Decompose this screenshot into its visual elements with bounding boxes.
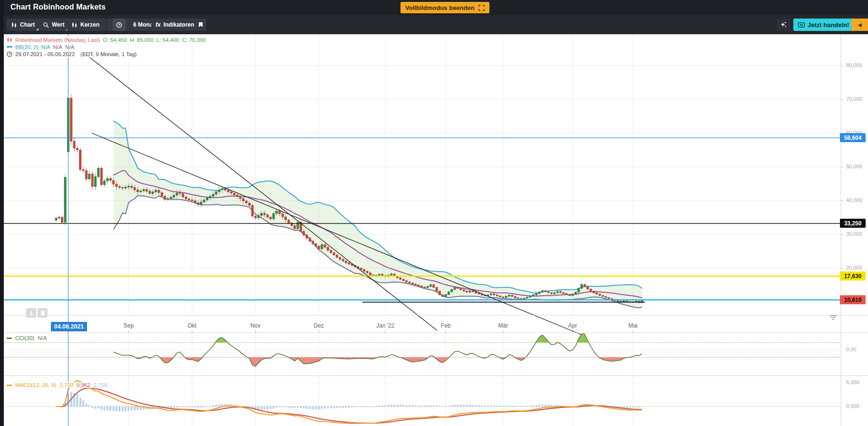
bb-label: BB(20, 2) — [15, 44, 39, 50]
price-axis-tick — [841, 66, 843, 66]
divider — [106, 19, 107, 31]
price-axis-tick-label: 20,000 — [846, 265, 862, 271]
cci-line-icon — [7, 338, 12, 339]
time-axis-month-label: Nov — [250, 322, 260, 329]
price-axis-tick — [841, 234, 843, 235]
series-candles-icon — [7, 37, 12, 43]
candles-icon — [71, 22, 78, 28]
date-range-text: 29.07.2021 - 05.05.2022 — [15, 51, 75, 57]
price-axis-tick — [841, 167, 843, 167]
price-axis-tick-label: 40,000 — [846, 197, 862, 203]
cci-value: N/A — [38, 335, 47, 341]
value-search-button[interactable]: Wert — [39, 19, 68, 31]
price-level-badge: 58,604 — [840, 133, 866, 142]
macd-axis-top: 5,000 — [846, 379, 859, 385]
cci-axis-zero: 0,00 — [846, 347, 856, 352]
price-axis-tick-label: 80,000 — [846, 62, 862, 68]
date-range-row: 29.07.2021 - 05.05.2022 (EDT, 9 Monate, … — [7, 50, 139, 58]
ohlc-close: C: 70,390 — [182, 37, 206, 43]
price-axis-tick-label: 30,000 — [846, 231, 862, 237]
candle-style-label: Kerzen — [80, 21, 99, 28]
time-axis-month-label: Mai — [628, 322, 637, 329]
bb-lower-value: N/A — [65, 44, 74, 50]
page-title: Chart Robinhood Markets — [10, 3, 106, 11]
ohlc-open: O: 54,450 — [103, 37, 127, 43]
chart-button-label: Chart — [20, 21, 35, 28]
indicators-label: Indikatoren — [164, 21, 195, 28]
time-axis-month-label: Okt — [187, 322, 196, 329]
title-bar: Chart Robinhood Markets Vollbildmodus be… — [0, 0, 868, 15]
collapse-chevron-icon — [829, 315, 838, 320]
price-level-badge: 17,630 — [840, 271, 866, 281]
bb-line-icon — [7, 46, 12, 48]
chart-legend: Robinhood Markets (Nasdaq, Last) O: 54,4… — [7, 36, 209, 58]
candles-icon — [11, 22, 17, 28]
time-axis-month-label: Apr — [568, 322, 577, 329]
indicators-button[interactable]: fx Indikatoren — [151, 19, 198, 31]
macd-label: MACD(12, 26, 9) — [15, 382, 56, 388]
macd-signal-value: 0,962 — [77, 382, 90, 388]
bookmark-icon — [198, 22, 203, 28]
price-chart-canvas[interactable] — [0, 0, 868, 426]
crosshair-date-badge: 04.08.2021 — [51, 322, 87, 331]
time-axis-month-label: Feb — [441, 322, 451, 329]
price-level-badge: 33,250 — [840, 219, 866, 228]
exit-fullscreen-button[interactable]: Vollbildmodus beenden — [400, 2, 489, 13]
cci-legend: CCI(20) N/A — [7, 335, 49, 341]
layers-icon — [40, 310, 46, 316]
series-name: Robinhood Markets (Nasdaq, Last) — [15, 37, 100, 43]
price-axis-tick-label: 50,000 — [846, 164, 862, 169]
candle-style-button[interactable]: Kerzen — [67, 21, 104, 28]
price-axis-tick-label: 70,000 — [846, 96, 862, 102]
trade-now-button[interactable]: Jetzt handeln! — [793, 19, 854, 31]
clock-button[interactable] — [113, 19, 126, 31]
banknote-icon — [798, 22, 805, 28]
ohlc-high: H: 85,000 — [130, 37, 154, 43]
date-range-suffix: (EDT, 9 Monate, 1 Tag) — [80, 51, 137, 57]
left-edge-panel — [0, 0, 4, 426]
exit-fullscreen-label: Vollbildmodus beenden — [405, 4, 475, 11]
clock-icon — [7, 51, 12, 57]
sparkle-icon — [780, 21, 787, 29]
chart-toolbar: Chart Wert Kerzen 1d — [0, 15, 868, 34]
search-icon — [43, 22, 49, 28]
macd-hist-value: 2,758 — [94, 382, 107, 388]
price-level-badge: 10,610 — [840, 295, 866, 304]
time-axis-month-label: Mär — [498, 322, 508, 329]
price-axis-tick — [841, 99, 843, 100]
download-icon — [29, 310, 34, 316]
fx-icon: fx — [156, 21, 161, 28]
bookmark-button[interactable] — [195, 19, 206, 31]
chart-type-button[interactable]: Chart — [7, 19, 39, 31]
price-axis-tick — [841, 268, 843, 269]
fullscreen-exit-icon — [478, 5, 485, 11]
cci-label: CCI(20) — [15, 335, 34, 341]
download-chart-button[interactable] — [26, 308, 36, 318]
triangle-left-icon: ◀ — [858, 22, 861, 28]
clock-icon — [116, 22, 122, 28]
value-button-label: Wert — [52, 21, 64, 28]
price-axis-tick — [841, 201, 843, 201]
time-axis-month-label: Dez — [314, 322, 324, 329]
macd-value: 3,720 — [59, 382, 73, 388]
ohlc-low: L: 54,400 — [156, 37, 179, 43]
macd-line-icon — [7, 385, 12, 386]
time-axis-month-label: Sep — [124, 322, 134, 329]
layers-button[interactable] — [38, 308, 48, 318]
macd-legend: MACD(12, 26, 9) 3,720 0,962 2,758 — [7, 382, 110, 388]
chart-application: Chart Robinhood Markets Vollbildmodus be… — [0, 0, 868, 426]
bb-upper-value: N/A — [41, 44, 50, 50]
bb-legend-row: BB(20, 2) N/A N/A N/A — [7, 43, 77, 50]
trade-now-label: Jetzt handeln! — [808, 21, 849, 29]
time-axis-month-label: Jan '22 — [376, 322, 394, 329]
bb-middle-value: N/A — [53, 44, 62, 50]
series-legend-row: Robinhood Markets (Nasdaq, Last) O: 54,4… — [7, 36, 209, 43]
collapse-axis-button[interactable] — [829, 314, 838, 322]
collapse-panel-button[interactable]: ◀ — [851, 19, 868, 31]
magic-tools-button[interactable] — [777, 19, 790, 31]
macd-axis-zero: 0,000 — [846, 403, 859, 409]
